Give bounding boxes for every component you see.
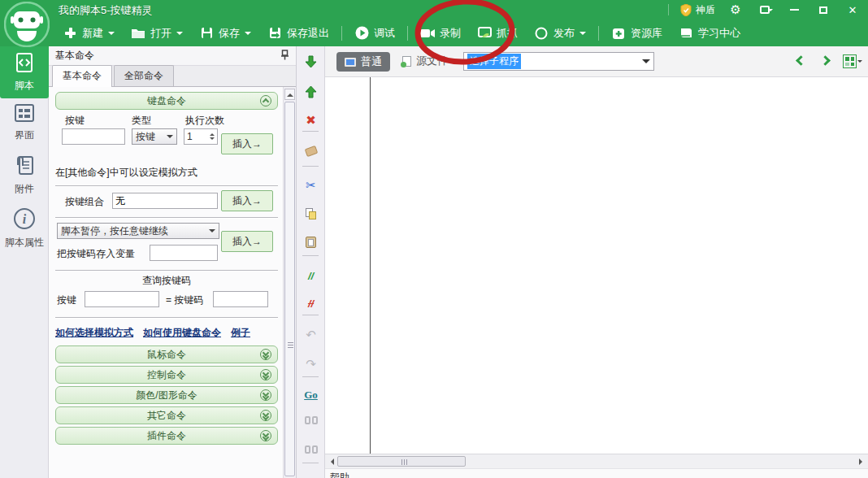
arrow-down-icon — [305, 55, 317, 68]
scroll-up-arrow[interactable] — [284, 89, 295, 100]
pause-option-select[interactable]: 脚本暂停，按任意键继续 — [57, 223, 219, 239]
dropdown-caret-icon — [108, 32, 115, 38]
scrollbar-thumb[interactable] — [284, 102, 295, 476]
query-code-input[interactable] — [213, 291, 268, 307]
edit-toolbar: ✖ ✂ // // ↶ ↷ Go — [297, 46, 325, 478]
save-button[interactable]: 保存 — [192, 22, 258, 45]
capture-button[interactable]: 抓抓 — [470, 22, 525, 45]
link-use-keyboard-commands[interactable]: 如何使用键盘命令 — [143, 326, 221, 340]
section-control-commands[interactable]: 控制命令 — [55, 366, 278, 384]
open-button[interactable]: 打开 — [124, 22, 190, 45]
section-mouse-commands[interactable]: 鼠标命令 — [55, 345, 278, 363]
divider — [55, 217, 278, 218]
nav-prev-button[interactable] — [796, 55, 806, 66]
insert-combo-button[interactable]: 插入→ — [221, 190, 273, 211]
query-key-input[interactable] — [85, 291, 159, 307]
section-other-commands[interactable]: 其它命令 — [55, 406, 278, 424]
clear-button[interactable] — [302, 142, 319, 159]
nav-next-button[interactable] — [820, 55, 831, 66]
scroll-right-arrow[interactable] — [856, 456, 866, 467]
minimize-icon — [790, 9, 799, 11]
undo-button[interactable]: ↶ — [302, 326, 319, 343]
sidebar-item-attachment[interactable]: 附件 — [0, 154, 49, 196]
settings-gear-icon[interactable]: ⚙ — [727, 2, 744, 18]
new-button[interactable]: 新建 — [55, 22, 122, 45]
stepper-arrows-icon[interactable] — [210, 131, 215, 142]
book-icon — [679, 26, 693, 41]
view-tab-normal[interactable]: 普通 — [336, 52, 390, 72]
pin-icon[interactable] — [280, 50, 289, 63]
resource-box-icon — [611, 26, 626, 41]
publish-button[interactable]: 发布 — [527, 22, 593, 45]
move-down-button[interactable] — [302, 53, 319, 70]
scroll-left-arrow[interactable] — [327, 456, 337, 467]
redo-button[interactable]: ↷ — [302, 355, 319, 372]
view-tab-source[interactable]: 源文件 — [402, 54, 448, 68]
count-stepper[interactable]: 1 — [184, 128, 218, 145]
dropdown-caret-icon — [579, 32, 586, 38]
sidebar-item-script[interactable]: 脚本 — [0, 46, 49, 98]
sidebar-item-ui[interactable]: 界面 — [0, 103, 49, 142]
link-example[interactable]: 例子 — [231, 326, 250, 340]
section-keyboard-commands[interactable]: 键盘命令 — [55, 92, 278, 110]
editor-topstrip: 普通 源文件 选择子程序 — [325, 46, 868, 77]
save-exit-button[interactable]: 保存退出 — [260, 22, 336, 45]
paste-button[interactable] — [302, 233, 319, 250]
cut-button[interactable]: ✂ — [302, 176, 319, 193]
goto-line-button[interactable]: Go — [302, 386, 319, 403]
panel-scrollbar[interactable] — [283, 87, 296, 478]
paperclip-document-icon — [14, 154, 35, 179]
key-type-select[interactable]: 按键 — [132, 128, 177, 145]
monitor-icon — [345, 58, 356, 67]
link-choose-simulation[interactable]: 如何选择模拟方式 — [55, 326, 133, 340]
panel-toggle-icon[interactable] — [756, 2, 774, 18]
sidebar-label: 脚本 — [15, 79, 34, 93]
type-label: 类型 — [132, 114, 151, 128]
publish-icon — [534, 26, 549, 41]
debug-button[interactable]: 调试 — [347, 22, 402, 45]
help-links: 如何选择模拟方式 如何使用键盘命令 例子 — [54, 321, 280, 343]
toolbar-divider — [407, 26, 408, 41]
query-keycode-title: 查询按键码 — [54, 274, 280, 288]
uncomment-button[interactable]: // — [302, 295, 319, 312]
play-icon — [354, 26, 369, 41]
tab-basic-commands[interactable]: 基本命令 — [52, 65, 112, 87]
copy-button[interactable] — [302, 205, 319, 222]
sidebar-item-properties[interactable]: i 脚本属性 — [0, 207, 49, 250]
toolbar-divider — [598, 26, 599, 41]
store-variable-input[interactable] — [150, 245, 218, 261]
shield-icon — [680, 4, 692, 16]
sidebar-label: 脚本属性 — [5, 236, 44, 250]
section-color-graphic-commands[interactable]: 颜色/图形命令 — [55, 386, 278, 404]
shield-button[interactable]: 神盾 — [680, 3, 715, 17]
horizontal-scrollbar[interactable] — [325, 454, 868, 468]
expand-icon — [260, 369, 271, 380]
find-next-button[interactable] — [302, 441, 319, 458]
key-input[interactable] — [62, 128, 125, 145]
learning-button[interactable]: 学习中心 — [671, 22, 748, 45]
tab-all-commands[interactable]: 全部命令 — [114, 65, 174, 86]
record-button[interactable]: 录制 — [413, 22, 468, 45]
query-keycode-row: 按键 = 按键码 — [54, 289, 280, 314]
move-up-button[interactable] — [302, 83, 319, 100]
delete-button[interactable]: ✖ — [302, 111, 319, 128]
key-combo-input[interactable] — [112, 193, 218, 209]
section-plugin-commands[interactable]: 插件命令 — [55, 427, 278, 445]
close-button[interactable]: ✕ — [844, 2, 861, 18]
find-button[interactable] — [302, 412, 319, 429]
dropdown-caret-icon — [176, 32, 183, 38]
comment-button[interactable]: // — [302, 267, 319, 285]
divider — [55, 270, 278, 271]
minimize-button[interactable] — [785, 2, 803, 18]
insert-pause-button[interactable]: 插入→ — [221, 231, 273, 252]
subroutine-select[interactable]: 选择子程序 — [463, 52, 654, 71]
maximize-button[interactable] — [814, 2, 832, 18]
layout-grid-button[interactable] — [843, 54, 857, 68]
folder-icon — [131, 26, 145, 41]
code-editor[interactable] — [325, 77, 868, 454]
maximize-icon — [819, 7, 827, 14]
hscrollbar-thumb[interactable] — [337, 456, 466, 467]
resources-button[interactable]: 资源库 — [604, 22, 670, 45]
expand-icon — [260, 410, 271, 421]
insert-key-button[interactable]: 插入→ — [221, 133, 273, 154]
